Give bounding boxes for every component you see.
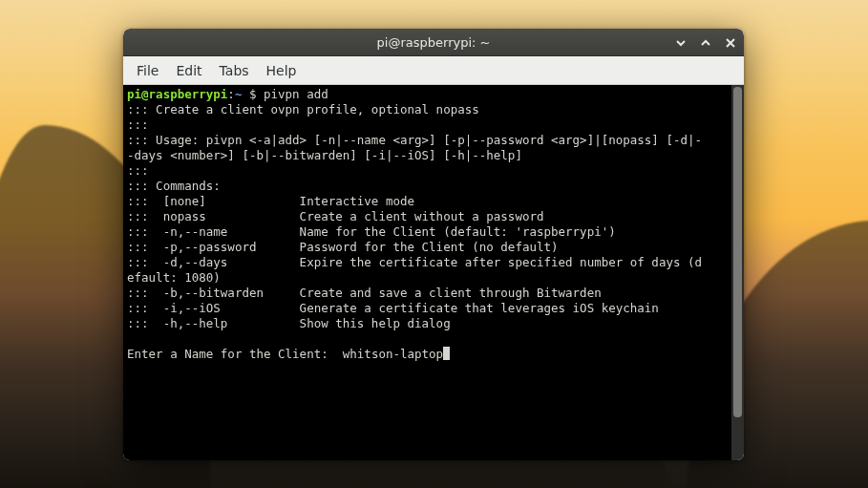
output-line: ::: -p,--password Password for the Clien… [127, 240, 728, 255]
maximize-button[interactable] [698, 35, 713, 51]
close-button[interactable] [723, 35, 738, 51]
titlebar[interactable]: pi@raspberrypi: ~ [123, 29, 744, 56]
entered-command: pivpn add [264, 87, 328, 101]
prompt-user-host: pi@raspberrypi [127, 87, 227, 101]
prompt-sep: : [227, 87, 235, 101]
chevron-up-icon [700, 37, 711, 49]
line-prompt: pi@raspberrypi:~ $ pivpn add [127, 87, 728, 102]
window-controls [673, 29, 738, 56]
client-name-prompt-label: Enter a Name for the Client: [127, 347, 343, 361]
output-line [127, 331, 728, 347]
text-cursor [443, 347, 450, 360]
terminal-viewport[interactable]: pi@raspberrypi:~ $ pivpn add::: Create a… [123, 85, 731, 460]
output-line: ::: -b,--bitwarden Create and save a cli… [127, 286, 728, 301]
menubar: File Edit Tabs Help [123, 56, 744, 85]
menu-tabs[interactable]: Tabs [220, 63, 249, 78]
output-line: ::: Usage: pivpn <-a|add> [-n|--name <ar… [127, 133, 728, 163]
output-line: ::: Create a client ovpn profile, option… [127, 102, 728, 117]
output-line: ::: [127, 163, 728, 179]
minimize-button[interactable] [673, 35, 688, 51]
output-line: ::: -h,--help Show this help dialog [127, 316, 728, 331]
output-line: ::: [127, 117, 728, 133]
window-title: pi@raspberrypi: ~ [377, 35, 491, 50]
scrollbar[interactable] [731, 85, 744, 460]
menu-edit[interactable]: Edit [176, 63, 201, 78]
chevron-down-icon [675, 37, 687, 49]
client-name-input-text: whitson-laptop [343, 347, 443, 361]
terminal-area-wrap: pi@raspberrypi:~ $ pivpn add::: Create a… [123, 85, 744, 460]
terminal-window: pi@raspberrypi: ~ File Edit Tabs Help pi… [123, 29, 744, 460]
output-line: ::: -d,--days Expire the certificate aft… [127, 255, 728, 286]
menu-file[interactable]: File [137, 63, 159, 78]
output-line: ::: nopass Create a client without a pas… [127, 209, 728, 224]
close-icon [725, 37, 736, 49]
output-line: ::: Commands: [127, 179, 728, 194]
prompt-sigil: $ [242, 87, 264, 101]
scrollbar-thumb[interactable] [733, 87, 742, 417]
output-line: ::: -i,--iOS Generate a certificate that… [127, 301, 728, 316]
output-line: ::: [none] Interactive mode [127, 194, 728, 209]
menu-help[interactable]: Help [266, 63, 297, 78]
output-line: ::: -n,--name Name for the Client (defau… [127, 224, 728, 240]
client-name-prompt: Enter a Name for the Client: whitson-lap… [127, 347, 728, 362]
